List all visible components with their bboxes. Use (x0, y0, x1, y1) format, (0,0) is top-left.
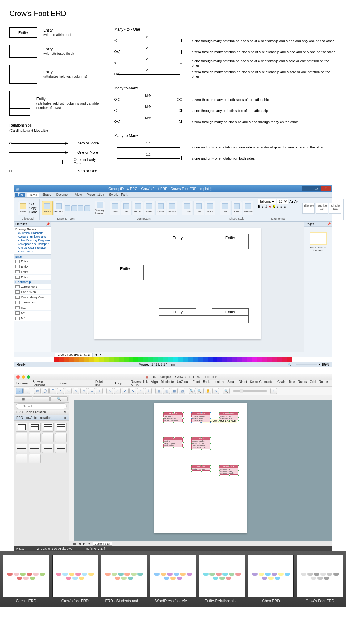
erd-entity-student[interactable]: STUDENTStudent_idstudent_namestudent_add… (163, 412, 183, 422)
italic-button[interactable]: I (262, 205, 263, 208)
erd-entity-section[interactable]: SECTIONsection_number (191, 465, 210, 471)
prev-page-icon[interactable]: ◄ (95, 353, 97, 356)
drawing-shapes-button[interactable]: Drawing Shapes (95, 201, 105, 215)
lib-rel-item[interactable]: M:1 (14, 305, 51, 311)
connector-point[interactable]: Point (205, 201, 215, 215)
connector-tool[interactable]: ↝ (88, 388, 95, 394)
connector-tool[interactable]: ⤳ (80, 388, 87, 394)
lib-rel-item[interactable]: M:1 (14, 316, 51, 321)
align-right-icon[interactable]: ≡ (284, 205, 286, 208)
menu-identical[interactable]: Identical (213, 380, 224, 384)
shape-rel[interactable] (16, 433, 27, 442)
color-palette-bar[interactable] (14, 357, 332, 362)
connector-bezier[interactable]: Bezier (133, 201, 143, 215)
mac-drawing-page[interactable]: Entity[Crows Foot ERD.cdl] STUDENTStuden… (154, 403, 247, 533)
fontcolor-button[interactable]: A (269, 205, 271, 208)
arrow-tool[interactable]: ↗ (114, 388, 121, 394)
align-left-icon[interactable]: ≡ (277, 205, 279, 208)
lib-rel-item[interactable]: M:1 (14, 311, 51, 316)
align-center-icon[interactable]: ≡ (281, 205, 282, 208)
lib-rel-item[interactable]: Zero or More (14, 284, 51, 290)
shape-entity[interactable] (16, 423, 27, 432)
shape-rel[interactable] (55, 444, 67, 453)
shape-tool[interactable]: ◯ (42, 388, 49, 394)
title-text-button[interactable]: Title text (302, 203, 315, 214)
prev-page-icon[interactable]: ◀ (78, 542, 81, 545)
draw-tool-icon[interactable] (78, 205, 83, 211)
window-minimize-button[interactable]: – (302, 186, 311, 191)
zoom-slider[interactable] (233, 390, 267, 392)
paste-button[interactable]: Paste (18, 201, 28, 215)
font-grow-icon[interactable]: A▴ (289, 200, 293, 203)
close-icon[interactable]: ⊗ (64, 410, 66, 414)
canvas-entity[interactable]: Entity (212, 234, 249, 249)
menu-back[interactable]: Back (203, 380, 210, 384)
canvas-entity[interactable]: Entity (159, 234, 196, 249)
zoom-out-icon[interactable]: – (293, 363, 294, 366)
connector-tool[interactable]: ⇢ (96, 388, 103, 394)
text-tool[interactable]: T (49, 388, 56, 394)
draw-tool-icon[interactable] (84, 205, 90, 211)
menu-save[interactable]: Save... (60, 382, 69, 385)
connector-tree[interactable]: Tree (193, 201, 204, 215)
lib-rel-item[interactable]: One and only One (14, 295, 51, 300)
search-input[interactable] (16, 403, 67, 409)
menu-select-connected[interactable]: Select Connected (250, 380, 274, 384)
gallery-item[interactable]: ERD - Students and … (101, 555, 147, 603)
view-search-button[interactable]: 🔍 (50, 396, 68, 401)
align-tool[interactable]: ▤ (155, 388, 162, 394)
align-tool[interactable]: ▦ (171, 388, 178, 394)
menu-tree[interactable]: Tree (289, 380, 295, 384)
align-tool[interactable]: ▥ (163, 388, 170, 394)
connector-round[interactable]: Round (167, 201, 177, 215)
menu-presentation[interactable]: Presentation (85, 193, 106, 197)
zoom-out-icon[interactable]: 🔍− (197, 388, 204, 394)
connector-direct[interactable]: Direct (110, 201, 120, 215)
menu-smart[interactable]: Smart (227, 380, 236, 384)
mac-canvas[interactable]: Entity[Crows Foot ERD.cdl] STUDENTStuden… (69, 395, 332, 541)
fit-page-icon[interactable]: ⛶ (115, 542, 117, 545)
lib-entity-item[interactable]: Entity (14, 269, 51, 275)
lib-entity-item[interactable]: Entity (14, 275, 51, 280)
arrow-tool[interactable]: ↙ (122, 388, 129, 394)
hand-tool[interactable]: ✋ (205, 388, 211, 394)
erd-entity-class[interactable]: CLASScourse_numbersection_numbnum_regist… (191, 437, 210, 449)
view-grid-button[interactable]: ▦ (15, 396, 32, 401)
menu-ungroup[interactable]: UnGroup (177, 380, 190, 384)
menu-reverse-link[interactable]: Reverse link (131, 380, 148, 384)
draw-tool-icon[interactable] (71, 205, 77, 211)
menu-document[interactable]: Document (54, 193, 72, 197)
gallery-item[interactable]: Chen's ERD (3, 555, 49, 603)
arrow-tool[interactable]: ↖ (106, 388, 113, 394)
copy-button[interactable]: Copy (29, 206, 37, 210)
library-tree[interactable]: Drawing Shapes 25 Typical OrgchartsAccou… (14, 227, 51, 255)
canvas-entity[interactable]: Entity (212, 308, 249, 323)
shape-rel[interactable] (55, 433, 67, 442)
lasso-tool[interactable]: ⬚ (23, 388, 30, 394)
pointer-tool[interactable]: ▸ (16, 388, 23, 394)
window-maximize-button[interactable]: ▭ (311, 186, 321, 191)
menu-grid[interactable]: Grid (310, 380, 316, 384)
menu-direct[interactable]: Direct (239, 380, 247, 384)
cut-button[interactable]: Cut (29, 202, 37, 206)
canvas-area[interactable]: Entity Entity Entity Entity Entity (51, 222, 304, 352)
eyedropper-tool[interactable]: ✎ (212, 388, 219, 394)
distribute-tool[interactable]: ⇔ (137, 388, 144, 394)
shape-entity[interactable] (29, 423, 40, 432)
first-page-icon[interactable]: ⏮ (73, 542, 76, 545)
draw-tool-icon[interactable] (65, 205, 70, 211)
textbox-tool[interactable]: Text Box (53, 201, 64, 215)
style-fill[interactable]: Fill (220, 201, 230, 215)
simple-text-button[interactable]: Simple text (329, 203, 341, 214)
menu-home[interactable]: Home (27, 193, 39, 197)
bold-button[interactable]: B (258, 205, 260, 208)
style-line[interactable]: Line (231, 201, 242, 215)
erd-entity-seat[interactable]: SEATseat_idseat_positionseat_status (163, 437, 183, 447)
zoom-slider[interactable] (296, 364, 317, 365)
menu-solution-park[interactable]: Solution Park (107, 193, 129, 197)
menu-shape[interactable]: Shape (40, 193, 53, 197)
align-tool[interactable]: ▧ (179, 388, 185, 394)
gallery-item[interactable]: Crow's foot ERD (52, 555, 98, 603)
more-tools-icon[interactable]: » (270, 388, 277, 394)
gallery-item[interactable]: Entity-Relationship… (199, 555, 245, 603)
